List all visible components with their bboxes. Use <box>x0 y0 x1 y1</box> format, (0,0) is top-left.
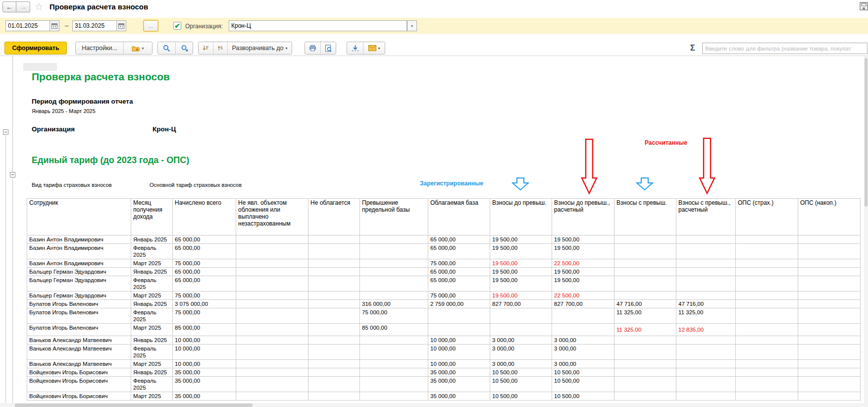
report-cell[interactable]: 10 500,00 <box>490 392 552 401</box>
report-cell[interactable] <box>676 377 736 392</box>
report-cell[interactable] <box>676 291 736 300</box>
report-cell[interactable] <box>308 244 360 259</box>
report-cell[interactable]: 10 500,00 <box>552 368 614 377</box>
report-cell[interactable]: 19 500,00 <box>490 259 552 268</box>
column-header[interactable]: Месяц получения дохода <box>131 199 173 235</box>
report-cell[interactable] <box>236 377 308 392</box>
report-cell[interactable] <box>308 360 360 368</box>
report-cell[interactable] <box>236 244 308 259</box>
report-cell[interactable]: 35 000,00 <box>428 377 490 392</box>
column-header[interactable]: Начислено всего <box>173 199 236 235</box>
report-cell[interactable] <box>360 291 428 300</box>
report-cell[interactable]: Февраль 2025 <box>131 308 173 324</box>
report-cell[interactable]: 75 000,00 <box>173 259 236 268</box>
report-cell[interactable]: Март 2025 <box>131 259 173 268</box>
report-cell[interactable]: 10 000,00 <box>173 360 236 368</box>
report-cell[interactable]: 10 000,00 <box>428 345 490 360</box>
expand-to-button[interactable]: Разворачивать до ▾ <box>227 42 292 54</box>
report-cell[interactable]: 19 500,00 <box>552 276 614 291</box>
search-button[interactable] <box>158 42 175 54</box>
report-cell[interactable]: 3 000,00 <box>552 360 614 368</box>
report-cell[interactable]: 3 000,00 <box>490 360 552 368</box>
report-cell[interactable]: 10 000,00 <box>428 336 490 345</box>
report-cell[interactable] <box>676 268 736 276</box>
report-cell[interactable] <box>552 308 614 324</box>
column-header[interactable]: Облагаемая база <box>428 199 490 235</box>
report-cell[interactable]: 65 000,00 <box>173 276 236 291</box>
report-cell[interactable] <box>798 291 861 300</box>
report-cell[interactable]: 75 000,00 <box>173 308 236 324</box>
report-cell[interactable] <box>360 244 428 259</box>
report-cell[interactable] <box>736 259 798 268</box>
report-cell[interactable] <box>736 360 798 368</box>
report-cell[interactable]: 19 500,00 <box>552 235 614 244</box>
report-cell[interactable] <box>614 345 676 360</box>
favorite-star-icon[interactable]: ☆ <box>35 1 43 12</box>
report-cell[interactable] <box>236 368 308 377</box>
report-cell[interactable] <box>614 244 676 259</box>
report-cell[interactable] <box>614 276 676 291</box>
report-cell[interactable]: 35 000,00 <box>173 377 236 392</box>
report-cell[interactable] <box>490 308 552 324</box>
report-cell[interactable] <box>360 336 428 345</box>
settings-button[interactable]: Настройки... <box>76 42 123 54</box>
report-cell[interactable] <box>614 268 676 276</box>
employee-cell[interactable]: Бальцер Герман Эдуардович <box>27 276 131 291</box>
report-cell[interactable]: Январь 2025 <box>131 300 173 308</box>
report-cell[interactable] <box>360 392 428 401</box>
report-cell[interactable] <box>736 276 798 291</box>
report-cell[interactable] <box>798 336 861 345</box>
column-header[interactable]: Превышение предельной базы <box>360 199 428 235</box>
column-header[interactable]: Взносы с превыш. <box>614 199 676 235</box>
report-cell[interactable] <box>360 276 428 291</box>
report-cell[interactable]: 11 325,00 <box>614 324 676 336</box>
report-cell[interactable] <box>798 345 861 360</box>
employee-cell[interactable]: Войцехович Игорь Борисович <box>27 368 131 377</box>
report-cell[interactable]: 12 835,00 <box>676 324 736 336</box>
report-cell[interactable] <box>798 300 861 308</box>
send-email-button[interactable]: ▾ <box>363 42 385 54</box>
report-cell[interactable] <box>676 336 736 345</box>
print-button[interactable] <box>305 42 320 54</box>
report-cell[interactable] <box>360 235 428 244</box>
report-cell[interactable] <box>614 377 676 392</box>
report-variants-button[interactable]: ▾ <box>123 42 152 54</box>
forward-button[interactable]: → <box>16 1 30 12</box>
report-cell[interactable] <box>614 235 676 244</box>
save-floppy-icon[interactable] <box>860 2 868 12</box>
report-cell[interactable] <box>308 377 360 392</box>
report-cell[interactable] <box>236 300 308 308</box>
report-cell[interactable] <box>308 276 360 291</box>
report-cell[interactable] <box>614 259 676 268</box>
report-cell[interactable] <box>736 268 798 276</box>
report-cell[interactable] <box>676 392 736 401</box>
report-cell[interactable]: 75 000,00 <box>360 308 428 324</box>
report-cell[interactable] <box>236 268 308 276</box>
report-cell[interactable]: 3 000,00 <box>490 336 552 345</box>
report-cell[interactable] <box>676 235 736 244</box>
employee-cell[interactable]: Базин Антон Владимирович <box>27 235 131 244</box>
report-cell[interactable]: 85 000,00 <box>173 324 236 336</box>
report-cell[interactable]: 19 500,00 <box>490 244 552 259</box>
employee-cell[interactable]: Ваньков Александр Матвеевич <box>27 345 131 360</box>
report-cell[interactable] <box>236 345 308 360</box>
report-cell[interactable] <box>736 244 798 259</box>
report-cell[interactable] <box>308 336 360 345</box>
vertical-scrollbar[interactable] <box>864 56 868 407</box>
report-cell[interactable]: 75 000,00 <box>428 291 490 300</box>
organization-dropdown-button[interactable]: ▾ <box>407 20 417 31</box>
report-cell[interactable] <box>236 360 308 368</box>
report-cell[interactable] <box>308 368 360 377</box>
report-cell[interactable] <box>236 392 308 401</box>
report-cell[interactable] <box>308 324 360 336</box>
report-cell[interactable] <box>676 345 736 360</box>
report-cell[interactable] <box>360 268 428 276</box>
report-cell[interactable] <box>236 259 308 268</box>
date-to-calendar-button[interactable] <box>117 20 126 31</box>
report-cell[interactable] <box>798 324 861 336</box>
report-cell[interactable]: Февраль 2025 <box>131 244 173 259</box>
report-cell[interactable] <box>614 336 676 345</box>
report-cell[interactable]: 19 500,00 <box>552 268 614 276</box>
report-cell[interactable] <box>736 392 798 401</box>
report-cell[interactable] <box>308 291 360 300</box>
